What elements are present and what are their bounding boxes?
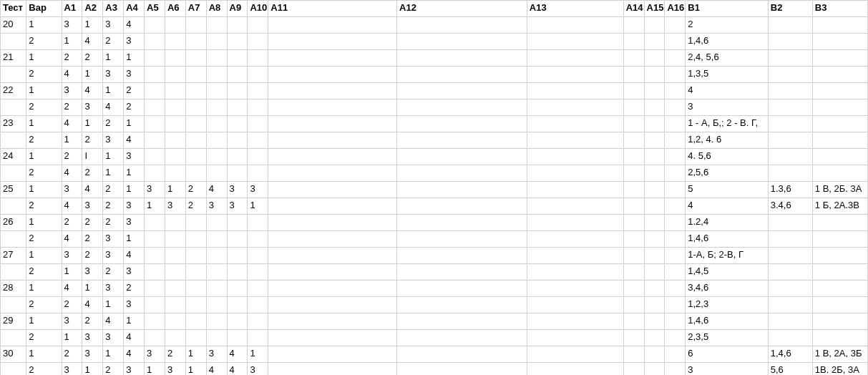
cell (397, 281, 527, 297)
cell (206, 34, 227, 50)
cell (644, 34, 665, 50)
table-row: 242112,5,6 (1, 165, 868, 182)
cell (665, 198, 686, 215)
cell: 3 (103, 330, 124, 346)
cell (268, 330, 397, 346)
cell: 3 (62, 182, 82, 198)
cell (768, 248, 812, 264)
cell: 3 (124, 215, 145, 231)
cell (268, 83, 397, 99)
cell: 2 (103, 264, 124, 281)
cell: 2 (26, 297, 62, 313)
cell (527, 264, 623, 281)
cell (768, 149, 812, 165)
cell (644, 264, 665, 281)
cell (527, 50, 623, 67)
cell: 4 (82, 34, 103, 50)
cell (145, 149, 165, 165)
cell (665, 132, 686, 149)
cell (268, 165, 397, 182)
cell: 4 (206, 182, 227, 198)
cell: 2 (26, 231, 62, 248)
cell (665, 281, 686, 297)
cell (145, 297, 165, 313)
cell (768, 281, 812, 297)
table-row: 223423 (1, 99, 868, 116)
cell (644, 67, 665, 83)
cell (248, 313, 268, 330)
cell (227, 248, 248, 264)
cell (165, 17, 185, 34)
cell: 3 (62, 83, 82, 99)
cell: 1 (103, 297, 124, 313)
cell (812, 264, 867, 281)
cell: 4 (124, 346, 145, 363)
cell (145, 132, 165, 149)
cell (665, 34, 686, 50)
cell (623, 99, 644, 116)
cell: 1 (26, 248, 62, 264)
cell (665, 149, 686, 165)
cell (768, 17, 812, 34)
cell (165, 215, 185, 231)
cell: 3 (62, 248, 82, 264)
cell: 1 (26, 313, 62, 330)
cell (145, 17, 165, 34)
cell: 2 (686, 17, 769, 34)
cell (644, 313, 665, 330)
cell (227, 231, 248, 248)
cell: 3 (248, 363, 268, 376)
cell: 2 (62, 346, 82, 363)
cell: 2 (82, 313, 103, 330)
table-row: 22134124 (1, 83, 868, 99)
cell: 1 (26, 116, 62, 132)
cell (248, 165, 268, 182)
cell: 1,4,6 (768, 346, 812, 363)
cell (623, 149, 644, 165)
table-row: 2432313233143.4,61 Б, 2А.3В (1, 198, 868, 215)
cell: 4 (686, 198, 769, 215)
cell (248, 231, 268, 248)
cell (527, 17, 623, 34)
cell (227, 34, 248, 50)
cell: 29 (1, 313, 26, 330)
cell: 3 (248, 182, 268, 198)
cell (644, 83, 665, 99)
cell (268, 198, 397, 215)
cell (268, 17, 397, 34)
cell (644, 363, 665, 376)
cell: 2 (26, 132, 62, 149)
cell (145, 248, 165, 264)
cell: 3 (62, 363, 82, 376)
cell: 3 (124, 34, 145, 50)
col-a13: A13 (527, 1, 623, 17)
cell (165, 297, 185, 313)
cell: 22 (1, 83, 26, 99)
cell (623, 346, 644, 363)
cell (665, 83, 686, 99)
cell: 5 (686, 182, 769, 198)
cell (623, 198, 644, 215)
cell (145, 215, 165, 231)
cell: 1 (248, 198, 268, 215)
cell (397, 330, 527, 346)
cell: 1 (124, 50, 145, 67)
col-a4: A4 (124, 1, 145, 17)
cell (165, 116, 185, 132)
cell (206, 264, 227, 281)
cell (185, 248, 206, 264)
cell (665, 116, 686, 132)
cell: 1 (124, 116, 145, 132)
cell (206, 83, 227, 99)
cell: 3 (103, 248, 124, 264)
cell (185, 83, 206, 99)
cell: 1,3,5 (686, 67, 769, 83)
cell (768, 215, 812, 231)
cell: 2 (124, 83, 145, 99)
cell (527, 132, 623, 149)
cell: 3 (124, 149, 145, 165)
cell (206, 330, 227, 346)
cell: 4 (82, 83, 103, 99)
table-row: 2412I134. 5,6 (1, 149, 868, 165)
cell (145, 99, 165, 116)
